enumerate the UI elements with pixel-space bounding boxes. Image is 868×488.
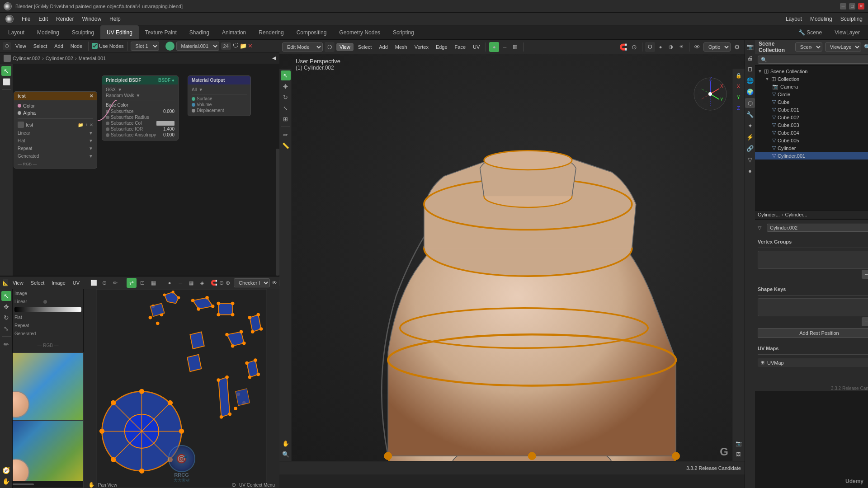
uv-map-item[interactable]: ⊞ UVMap 📷 [758, 358, 868, 367]
uv-face-btn[interactable]: ▦ [148, 278, 158, 288]
zoom-tool-vp[interactable]: 🔍 [281, 449, 291, 459]
scene-props-btn[interactable]: 🌐 [745, 75, 755, 85]
uv-move-tool[interactable]: ✥ [1, 302, 11, 312]
vp-uv-btn[interactable]: UV [470, 43, 482, 51]
transform-tool-vp[interactable]: ⊞ [281, 114, 291, 124]
tab-geometry-nodes[interactable]: Geometry Nodes [333, 25, 387, 39]
box-select-tool[interactable]: ⬜ [1, 77, 11, 87]
uv-image-menu[interactable]: Image [49, 279, 68, 286]
menu-render[interactable]: Render [52, 15, 77, 23]
vp-edge-btn[interactable]: Edge [433, 43, 450, 51]
add-rest-position-btn[interactable]: Add Rest Position [758, 328, 868, 338]
material-select[interactable]: Material.001 [176, 42, 219, 51]
outliner-cube003[interactable]: ▽ Cube.003 👁 [755, 121, 868, 129]
render-btn[interactable]: 🖼 [734, 449, 744, 459]
vp-face-btn[interactable]: Face [452, 43, 468, 51]
gizmo-z-btn[interactable]: Z [734, 103, 744, 113]
proportional-btn[interactable]: ⊙ [629, 42, 639, 52]
uv-island-select[interactable]: ◈ [197, 278, 207, 288]
gizmo-y-btn[interactable]: Y [734, 92, 744, 102]
scale-tool-vp[interactable]: ⤡ [281, 103, 291, 113]
physics-props-btn[interactable]: ⚡ [745, 132, 755, 142]
uv-select-menu[interactable]: Select [28, 279, 47, 286]
uv-select-box-icon[interactable]: ⬜ [89, 278, 99, 288]
tab-scripting[interactable]: Scripting [387, 25, 420, 39]
window-controls[interactable]: ─ □ ✕ [840, 3, 864, 9]
tab-scene[interactable]: 🔧 Scene [792, 25, 828, 39]
collapse-icon[interactable]: ◀ [272, 55, 276, 61]
tab-sculpting[interactable]: Sculpting [66, 25, 100, 39]
outliner-cube005[interactable]: ▽ Cube.005 👁 [755, 136, 868, 144]
gizmo-lock-btn[interactable]: 🔒 [734, 70, 744, 80]
menu-file[interactable]: File [18, 15, 34, 23]
tab-layout[interactable]: Layout [2, 25, 31, 39]
maximize-button[interactable]: □ [849, 3, 855, 9]
menu-help[interactable]: Help [106, 15, 124, 23]
menu-window[interactable]: Window [78, 15, 105, 23]
particles-props-btn[interactable]: ✦ [745, 121, 755, 131]
bc-item3[interactable]: Material.001 [79, 56, 106, 61]
vertex-groups-header[interactable]: Vertex Groups + [758, 236, 868, 248]
node-scrollbar[interactable] [276, 149, 279, 276]
vp-select-btn[interactable]: Select [355, 43, 375, 51]
measure-tool-vp[interactable]: 📏 [281, 141, 291, 150]
node-node-menu[interactable]: Node [68, 42, 85, 50]
node-editor-mode-icon[interactable]: ⬡ [3, 42, 11, 50]
camera-view-btn[interactable]: 📷 [734, 438, 744, 448]
material-output-node[interactable]: Material Output All ▼ Surface Volume [188, 75, 251, 116]
test-node[interactable]: test ✕ Color Alpha [14, 91, 97, 169]
ss-col-swatch[interactable] [156, 121, 175, 126]
uv-annotate-tool[interactable]: ✏ [1, 339, 11, 349]
uv-edge-select[interactable]: ─ [175, 278, 185, 288]
move-tool-vp[interactable]: ✥ [281, 81, 291, 91]
outliner-cylinder001[interactable]: ▽ Cylinder.001 👁 [755, 152, 868, 160]
outliner-cube[interactable]: ▽ Cube 👁 [755, 98, 868, 106]
uv-overlay-btn[interactable]: 👁 [272, 278, 277, 288]
vg-minus-btn[interactable]: − [862, 270, 868, 279]
outliner-camera[interactable]: 📷 Camera 👁 [755, 83, 868, 90]
rendered-btn[interactable]: ☀ [676, 42, 686, 52]
viewport-mode-select[interactable]: Edit Mode [282, 42, 323, 52]
uv-face-select[interactable]: ▦ [186, 278, 196, 288]
use-nodes-checkbox[interactable] [92, 43, 98, 49]
close-button[interactable]: ✕ [858, 3, 864, 9]
render-props-btn[interactable]: 📷 [745, 42, 755, 52]
test-x-icon[interactable]: ✕ [90, 122, 93, 127]
face-select-btn[interactable]: ▦ [510, 42, 520, 52]
shield-icon[interactable]: 🛡 [233, 42, 239, 49]
select-tool-btn[interactable]: ↖ [1, 66, 11, 76]
distribution-dropdown[interactable]: ▼ [118, 87, 122, 92]
uv-select-lasso-icon[interactable]: ✏ [110, 278, 120, 288]
edge-select-btn[interactable]: ─ [500, 42, 509, 52]
vp-view-btn[interactable]: View [336, 43, 354, 51]
snap-btn[interactable]: 🧲 [618, 42, 628, 52]
uv-dots-btn[interactable]: ⊡ [137, 278, 147, 288]
test-new-icon[interactable]: + [85, 122, 88, 127]
tab-uv-editing[interactable]: UV Editing [100, 25, 139, 39]
material-props-btn[interactable]: ● [745, 166, 755, 176]
shape-keys-header[interactable]: Shape Keys + [758, 283, 868, 296]
outliner-filter-btn[interactable]: 🔍 [864, 42, 868, 52]
vertex-select-btn[interactable]: ● [489, 42, 499, 52]
uv-display-mode[interactable]: Checker Isolated [234, 278, 270, 287]
uv-pan-tool[interactable]: ✋ [1, 476, 11, 486]
interp-dropdown[interactable]: ▼ [89, 131, 93, 136]
uv-cursor-tool[interactable]: ↖ [1, 291, 11, 301]
gizmo-x-btn[interactable]: X [734, 81, 744, 91]
bc-item1[interactable]: Cylinder.002 [13, 56, 40, 61]
sc-expand[interactable]: ▼ [758, 69, 762, 74]
uv-view-menu[interactable]: View [10, 279, 26, 286]
node-add-menu[interactable]: Add [52, 42, 66, 50]
output-props-btn[interactable]: 🖨 [745, 53, 755, 63]
minimize-button[interactable]: ─ [840, 3, 846, 9]
outliner-cube002[interactable]: ▽ Cube.002 👁 [755, 113, 868, 121]
scene-selector[interactable]: Scene [795, 42, 822, 52]
uv-select-circle-icon[interactable]: ⊙ [99, 278, 109, 288]
principled-bsdf-node[interactable]: Principled BSDF BSDF ● GGX ▼ Random Walk… [102, 75, 179, 141]
uv-rotate-tool[interactable]: ↻ [1, 313, 11, 323]
col-expand[interactable]: ▼ [765, 76, 769, 81]
uv-map-canvas[interactable]: ✋ Pan View ⊙ UV Context Menu 🎯 RRCG 大大素材 [84, 289, 279, 488]
uv-scale-tool[interactable]: ⤡ [1, 324, 11, 333]
cursor-tool-vp[interactable]: ↖ [281, 70, 291, 80]
viewlayer-selector[interactable]: ViewLayer [825, 42, 861, 52]
